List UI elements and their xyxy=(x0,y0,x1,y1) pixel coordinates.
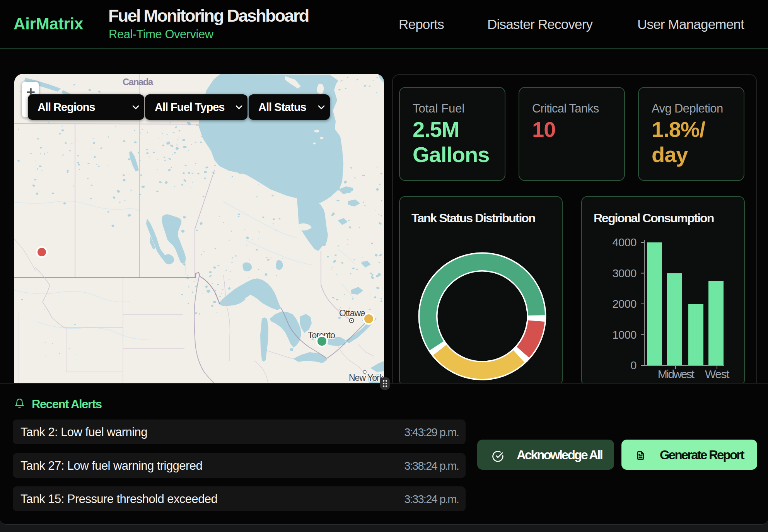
svg-text:Ottawa: Ottawa xyxy=(339,308,365,318)
svg-text:Midwest: Midwest xyxy=(658,368,695,380)
svg-text:3000: 3000 xyxy=(612,267,637,280)
svg-text:1000: 1000 xyxy=(612,329,637,341)
svg-text:New York: New York xyxy=(349,373,384,383)
svg-text:2000: 2000 xyxy=(612,298,637,310)
svg-text:West: West xyxy=(705,368,730,380)
svg-text:0: 0 xyxy=(630,359,637,372)
svg-text:4000: 4000 xyxy=(612,236,637,249)
svg-text:Canada: Canada xyxy=(123,77,154,87)
